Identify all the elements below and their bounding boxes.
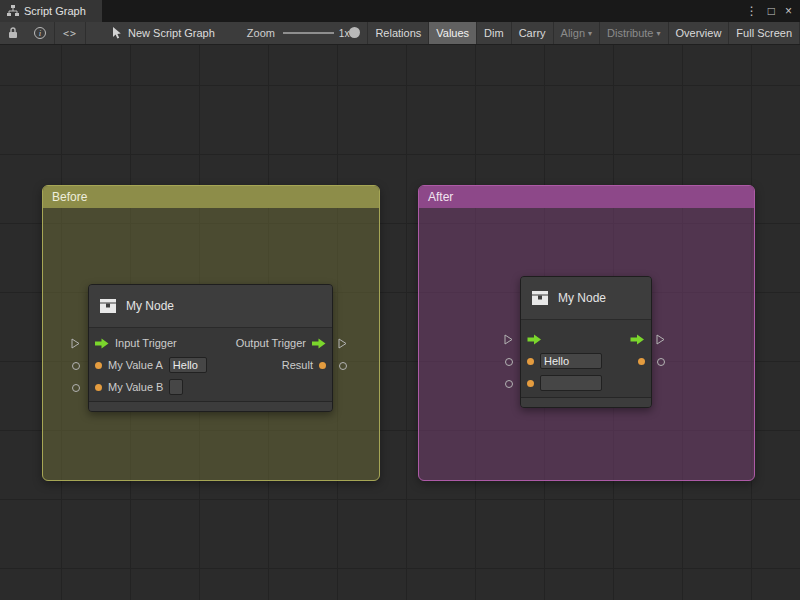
value-port-icon[interactable] <box>527 380 534 387</box>
tab-title: Script Graph <box>24 5 86 17</box>
node-my-node-after[interactable]: My Node Hello <box>520 276 652 408</box>
chevron-down-icon: ▾ <box>657 29 661 38</box>
flow-arrow-icon[interactable] <box>312 338 326 349</box>
port-row <box>521 372 651 394</box>
value-port-icon[interactable] <box>95 384 102 391</box>
value-b-port-icon[interactable] <box>505 380 513 388</box>
graph-canvas[interactable]: Before After My Node <box>0 45 800 600</box>
zoom-slider-track <box>283 32 334 34</box>
overview-button[interactable]: Overview <box>668 22 729 44</box>
distribute-label: Distribute <box>607 27 653 39</box>
lock-icon[interactable] <box>0 22 26 44</box>
close-icon[interactable]: × <box>785 5 792 17</box>
value-port-icon[interactable] <box>319 362 326 369</box>
group-after-header[interactable]: After <box>419 186 754 208</box>
new-script-graph-button[interactable]: New Script Graph <box>112 27 215 39</box>
zoom-label: Zoom <box>247 27 275 39</box>
maximize-icon[interactable]: □ <box>768 5 775 17</box>
distribute-dropdown[interactable]: Distribute ▾ <box>599 22 667 44</box>
value-a-port-icon[interactable] <box>72 362 80 370</box>
value-b-label: My Value B <box>108 381 163 393</box>
node-footer <box>89 401 332 411</box>
code-icon[interactable]: <> <box>55 22 85 44</box>
new-script-graph-label: New Script Graph <box>128 27 215 39</box>
output-trigger-label: Output Trigger <box>236 337 306 349</box>
relations-button[interactable]: Relations <box>367 22 428 44</box>
zoom-slider-thumb[interactable] <box>349 27 360 38</box>
chevron-down-icon: ▾ <box>588 29 592 38</box>
window-controls: ⋮ □ × <box>746 0 800 22</box>
flow-arrow-icon[interactable] <box>95 338 109 349</box>
input-trigger-port-icon[interactable] <box>71 338 80 349</box>
values-button[interactable]: Values <box>428 22 476 44</box>
value-a-port-icon[interactable] <box>505 358 513 366</box>
output-trigger-port-icon[interactable] <box>338 338 347 349</box>
tab-bar: Script Graph ⋮ □ × <box>0 0 800 22</box>
script-graph-window: Script Graph ⋮ □ × i <> New Script Graph <box>0 0 800 600</box>
value-b-port-icon[interactable] <box>72 384 80 392</box>
node-icon <box>531 290 549 306</box>
zoom-slider[interactable] <box>283 22 334 44</box>
flow-arrow-icon[interactable] <box>630 334 645 345</box>
input-trigger-port-icon[interactable] <box>504 334 513 345</box>
node-footer <box>521 397 651 407</box>
align-dropdown[interactable]: Align ▾ <box>553 22 599 44</box>
zoom-value: 1x <box>339 28 350 39</box>
node-title: My Node <box>126 299 174 313</box>
value-b-field[interactable] <box>540 375 602 391</box>
port-row: Input Trigger Output Trigger <box>89 332 332 354</box>
align-label: Align <box>561 27 585 39</box>
toolbar: i <> New Script Graph Zoom 1x Relations … <box>0 22 800 45</box>
port-row: My Value A Hello Result <box>89 354 332 376</box>
result-port-icon[interactable] <box>657 358 665 366</box>
info-icon[interactable]: i <box>26 22 54 44</box>
input-trigger-label: Input Trigger <box>115 337 177 349</box>
script-graph-icon <box>7 5 19 17</box>
dim-button[interactable]: Dim <box>476 22 511 44</box>
flow-arrow-icon[interactable] <box>527 334 542 345</box>
value-a-field[interactable]: Hello <box>169 357 207 373</box>
node-icon <box>99 298 117 314</box>
value-port-icon[interactable] <box>638 358 645 365</box>
port-row: My Value B <box>89 376 332 398</box>
node-header[interactable]: My Node <box>521 277 651 320</box>
port-row: Hello <box>521 350 651 372</box>
toolbar-buttons: Relations Values Dim Carry Align ▾ Distr… <box>367 22 800 44</box>
node-body: Input Trigger Output Trigger My Value A … <box>89 328 332 398</box>
value-a-label: My Value A <box>108 359 163 371</box>
node-my-node-before[interactable]: My Node Input Trigger Output Trigger <box>88 284 333 412</box>
node-title: My Node <box>558 291 606 305</box>
output-trigger-port-icon[interactable] <box>656 334 665 345</box>
full-screen-button[interactable]: Full Screen <box>728 22 800 44</box>
value-b-field[interactable] <box>169 379 183 395</box>
node-header[interactable]: My Node <box>89 285 332 328</box>
value-port-icon[interactable] <box>527 358 534 365</box>
result-label: Result <box>282 359 313 371</box>
toolbar-divider <box>85 22 86 44</box>
carry-button[interactable]: Carry <box>511 22 553 44</box>
result-port-icon[interactable] <box>339 362 347 370</box>
node-body: Hello <box>521 320 651 394</box>
port-row <box>521 328 651 350</box>
info-circle: i <box>34 27 46 39</box>
value-a-field[interactable]: Hello <box>540 353 602 369</box>
tab-script-graph[interactable]: Script Graph <box>0 0 102 22</box>
cursor-icon <box>112 27 122 39</box>
value-port-icon[interactable] <box>95 362 102 369</box>
window-menu-icon[interactable]: ⋮ <box>746 5 758 17</box>
group-before-header[interactable]: Before <box>43 186 379 208</box>
